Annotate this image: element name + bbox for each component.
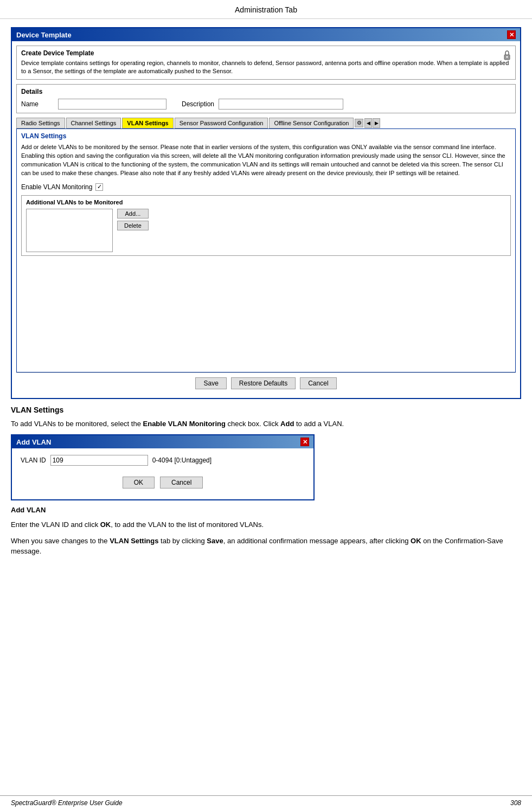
vlan-id-label: VLAN ID bbox=[21, 457, 46, 464]
additional-vlans-title: Additional VLANs to be Monitored bbox=[26, 199, 506, 205]
enable-vlan-label: Enable VLAN Monitoring bbox=[21, 183, 92, 191]
save-button[interactable]: Save bbox=[195, 377, 226, 389]
add-vlan-cancel-button[interactable]: Cancel bbox=[160, 477, 203, 488]
tab-nav-buttons: ◀ ▶ bbox=[364, 118, 380, 128]
enable-vlan-checkbox[interactable]: ✓ bbox=[95, 183, 103, 191]
vlan-id-hint: 0-4094 [0:Untagged] bbox=[152, 457, 211, 464]
para3-bold2: Save bbox=[207, 537, 223, 545]
paragraph-add-vlan: To add VLANs to be monitored, select the… bbox=[11, 419, 521, 429]
vlan-settings-heading: VLAN Settings bbox=[11, 406, 521, 414]
paragraph-enter-vlan: Enter the VLAN ID and click OK, to add t… bbox=[11, 519, 521, 530]
tab-icon-button[interactable]: ⚙ bbox=[355, 119, 363, 127]
tab-offline-sensor[interactable]: Offline Sensor Configuration bbox=[269, 118, 354, 128]
para3-bold1: VLAN Settings bbox=[110, 537, 158, 545]
para1-add: Add bbox=[280, 420, 294, 428]
add-vlan-footer: OK Cancel bbox=[21, 473, 305, 493]
restore-defaults-button[interactable]: Restore Defaults bbox=[231, 377, 296, 389]
vlans-content: Add... Delete bbox=[26, 209, 506, 252]
para1-rest: to add a VLAN. bbox=[294, 420, 344, 428]
tab-prev-button[interactable]: ◀ bbox=[364, 118, 372, 128]
create-template-title: Create Device Template bbox=[21, 49, 511, 57]
add-vlan-caption: Add VLAN bbox=[11, 506, 521, 514]
dialog-titlebar: Device Template ✕ bbox=[12, 28, 520, 41]
lock-icon bbox=[503, 50, 511, 62]
para3-start: When you save changes to the bbox=[11, 537, 110, 545]
tab-vlan-settings[interactable]: VLAN Settings bbox=[122, 118, 173, 128]
details-section: Details Name Description bbox=[16, 84, 516, 113]
page-header: Administration Tab bbox=[0, 0, 532, 19]
para2-text: Enter the VLAN ID and click bbox=[11, 520, 100, 529]
details-title: Details bbox=[21, 88, 511, 95]
description-input[interactable] bbox=[219, 99, 343, 110]
details-form-row: Name Description bbox=[21, 99, 511, 110]
desc-label: Description bbox=[182, 100, 214, 108]
additional-vlans-section: Additional VLANs to be Monitored Add... … bbox=[21, 195, 511, 256]
create-template-section: Create Device Template Device template c… bbox=[16, 46, 516, 80]
svg-point-1 bbox=[507, 56, 508, 58]
tab-sensor-password[interactable]: Sensor Password Configuration bbox=[175, 118, 268, 128]
add-vlan-titlebar: Add VLAN ✕ bbox=[12, 435, 313, 448]
vlan-spacer bbox=[21, 260, 511, 369]
dialog-title: Device Template bbox=[16, 31, 72, 39]
tab-channel-settings[interactable]: Channel Settings bbox=[66, 118, 121, 128]
add-vlan-title: Add VLAN bbox=[16, 438, 51, 446]
vlan-id-input[interactable] bbox=[50, 455, 148, 466]
paragraph-save-changes: When you save changes to the VLAN Settin… bbox=[11, 536, 521, 557]
vlan-settings-section: VLAN Settings Add or delete VLANs to be … bbox=[16, 128, 516, 372]
cancel-button[interactable]: Cancel bbox=[300, 377, 336, 389]
page-footer: SpectraGuard® Enterprise User Guide 308 bbox=[0, 795, 532, 810]
header-title: Administration Tab bbox=[235, 5, 297, 14]
enable-vlan-row: Enable VLAN Monitoring ✓ bbox=[21, 183, 511, 191]
vlan-listbox[interactable] bbox=[26, 209, 113, 252]
name-input[interactable] bbox=[58, 99, 166, 110]
add-vlan-close-button[interactable]: ✕ bbox=[300, 438, 309, 446]
para3-mid: tab by clicking bbox=[158, 537, 207, 545]
vlan-id-row: VLAN ID 0-4094 [0:Untagged] bbox=[21, 455, 305, 466]
para2-end: , to add the VLAN to the list of monitor… bbox=[111, 520, 264, 529]
add-vlan-body: VLAN ID 0-4094 [0:Untagged] OK Cancel bbox=[12, 448, 313, 499]
device-template-dialog: Device Template ✕ Create Device Template… bbox=[11, 27, 521, 399]
tab-radio-settings[interactable]: Radio Settings bbox=[16, 118, 65, 128]
para3-bold3: OK bbox=[411, 537, 421, 545]
vlan-description: Add or delete VLANs to be monitored by t… bbox=[21, 143, 511, 178]
para1-bold: Enable VLAN Monitoring bbox=[143, 420, 226, 428]
vlan-section-title: VLAN Settings bbox=[21, 132, 511, 140]
add-vlan-ok-button[interactable]: OK bbox=[123, 477, 155, 488]
dialog-body: Create Device Template Device template c… bbox=[12, 41, 520, 398]
para3-end: , an additional confirmation message app… bbox=[223, 537, 411, 545]
para2-bold: OK bbox=[100, 520, 111, 529]
para1-text: To add VLANs to be monitored, select the bbox=[11, 420, 143, 428]
add-vlan-button[interactable]: Add... bbox=[117, 209, 149, 218]
vlan-action-buttons: Add... Delete bbox=[117, 209, 149, 252]
footer-right: 308 bbox=[510, 799, 521, 807]
create-template-desc: Device template contains settings for op… bbox=[21, 59, 511, 76]
add-vlan-dialog: Add VLAN ✕ VLAN ID 0-4094 [0:Untagged] O… bbox=[11, 434, 315, 500]
dialog-close-button[interactable]: ✕ bbox=[507, 30, 516, 39]
dialog-footer: Save Restore Defaults Cancel bbox=[16, 372, 516, 394]
para1-end: check box. Click bbox=[226, 420, 280, 428]
tab-next-button[interactable]: ▶ bbox=[373, 118, 380, 128]
name-label: Name bbox=[21, 100, 54, 108]
tabs-row: Radio Settings Channel Settings VLAN Set… bbox=[16, 118, 516, 128]
delete-vlan-button[interactable]: Delete bbox=[117, 221, 149, 230]
footer-left: SpectraGuard® Enterprise User Guide bbox=[11, 799, 123, 807]
